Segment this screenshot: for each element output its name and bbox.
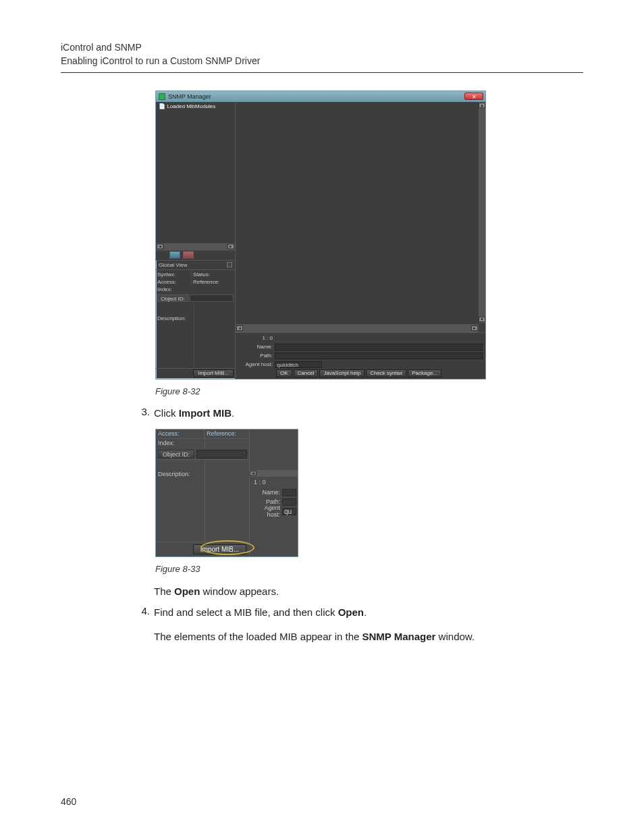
editor-h-scrollbar[interactable]: ◄	[250, 470, 298, 477]
code-editor[interactable]: ▲ ▼ ◄ ►	[236, 102, 485, 332]
bottom-form: 1 : 0 Name: Path: Agent host:quidditch O…	[236, 332, 485, 379]
object-id-field[interactable]	[190, 294, 234, 302]
tab-1[interactable]	[169, 251, 180, 259]
object-id-button[interactable]: Object ID:	[157, 294, 188, 302]
window-title: SNMP Manager	[168, 93, 211, 100]
name-label: Name:	[238, 344, 275, 350]
import-mib-crop: Access: Reference: Index: Object ID: Des…	[155, 429, 298, 557]
object-id-button[interactable]: Object ID:	[158, 450, 194, 459]
left-pane: 📄 Loaded MibModules ◄ ► Global View Synt…	[156, 102, 236, 379]
tree-h-scrollbar[interactable]: ◄ ►	[156, 243, 235, 250]
index-label: Index:	[156, 439, 205, 448]
scroll-left-icon[interactable]: ◄	[250, 471, 257, 476]
right-pane: ▲ ▼ ◄ ► 1 : 0 Name: Path: Agent host:qui…	[236, 102, 485, 379]
scroll-right-icon[interactable]: ►	[471, 325, 478, 331]
index-label: Index:	[156, 286, 191, 292]
agent-host-field[interactable]: quidditch	[275, 361, 322, 368]
editor-crop: ◄	[250, 429, 298, 477]
status-label: Status:	[191, 271, 232, 278]
page-number: 460	[61, 796, 76, 807]
scroll-left-icon[interactable]: ◄	[236, 325, 243, 331]
description-label: Description:	[156, 460, 205, 542]
javascript-help-button[interactable]: JavaScript help	[319, 369, 365, 377]
figure-8-33-caption: Figure 8-33	[155, 564, 583, 574]
reference-label: Reference:	[205, 429, 249, 438]
app-icon	[159, 93, 165, 100]
tab-2[interactable]	[183, 251, 194, 259]
close-button[interactable]: ✕	[464, 93, 483, 100]
reference-label: Reference:	[191, 279, 232, 285]
header-line-1: iControl and SNMP	[61, 41, 583, 54]
name-label: Name:	[250, 489, 282, 496]
global-view-label: Global View	[159, 262, 188, 268]
step-3-number: 3.	[135, 406, 150, 421]
package-button[interactable]: Package...	[408, 369, 441, 377]
step-4: 4. Find and select a MIB file, and then …	[135, 605, 583, 621]
description-label: Description:	[156, 303, 194, 368]
agent-host-field[interactable]: qu	[282, 508, 296, 515]
description-field[interactable]	[205, 460, 249, 542]
name-field[interactable]	[282, 489, 296, 496]
ok-button[interactable]: OK	[276, 369, 292, 377]
import-mib-button[interactable]: Import MIB...	[193, 544, 246, 554]
figure-8-33: Access: Reference: Index: Object ID: Des…	[155, 429, 583, 574]
step-3: 3. Click Import MIB.	[135, 406, 583, 421]
cancel-button[interactable]: Cancel	[294, 369, 319, 377]
step-4-number: 4.	[135, 605, 150, 621]
tree-root-label: 📄 Loaded MibModules	[159, 103, 215, 109]
mib-tree[interactable]: 📄 Loaded MibModules ◄ ►	[156, 102, 235, 251]
property-grid: Syntax:Status: Access:Reference: Index:	[156, 270, 235, 294]
editor-h-scrollbar[interactable]: ◄ ►	[236, 324, 479, 332]
check-syntax-button[interactable]: Check syntax	[366, 369, 406, 377]
tree-tabs	[156, 251, 235, 260]
description-field[interactable]	[194, 303, 235, 368]
cursor-pos: 1 : 0	[238, 335, 275, 341]
figure-8-32: SNMP Manager ✕ 📄 Loaded MibModules ◄ ► G…	[155, 90, 583, 396]
global-view-header[interactable]: Global View	[156, 260, 235, 270]
import-mib-button[interactable]: Import MIB...	[193, 369, 234, 377]
agent-host-label: Agent host:	[238, 361, 275, 367]
line-gutter	[236, 102, 241, 323]
figure-8-32-caption: Figure 8-32	[155, 386, 583, 396]
page-header: iControl and SNMP Enabling iControl to r…	[61, 41, 583, 68]
object-id-field[interactable]	[196, 450, 247, 459]
editor-v-scrollbar[interactable]: ▲ ▼	[479, 102, 485, 323]
syntax-label: Syntax:	[156, 271, 191, 278]
access-label: Access:	[156, 279, 191, 285]
snmp-manager-window: SNMP Manager ✕ 📄 Loaded MibModules ◄ ► G…	[155, 90, 486, 380]
scroll-right-icon[interactable]: ►	[227, 244, 234, 249]
agent-host-label: Agent host:	[250, 504, 282, 518]
path-field[interactable]	[282, 498, 296, 506]
global-view-toggle[interactable]	[227, 262, 232, 267]
scroll-up-icon[interactable]: ▲	[479, 103, 485, 108]
cursor-pos: 1 : 0	[250, 477, 298, 488]
header-rule	[61, 72, 583, 73]
step-3-result: The Open window appears.	[154, 583, 583, 600]
scroll-down-icon[interactable]: ▼	[479, 317, 485, 322]
header-line-2: Enabling iControl to run a Custom SNMP D…	[61, 54, 583, 68]
name-field[interactable]	[275, 344, 483, 350]
scroll-left-icon[interactable]: ◄	[157, 244, 163, 249]
path-field[interactable]	[275, 353, 483, 359]
window-titlebar: SNMP Manager ✕	[156, 91, 485, 102]
step-4-result: The elements of the loaded MIB appear in…	[154, 629, 583, 645]
access-label: Access:	[156, 429, 205, 438]
path-label: Path:	[238, 353, 275, 359]
